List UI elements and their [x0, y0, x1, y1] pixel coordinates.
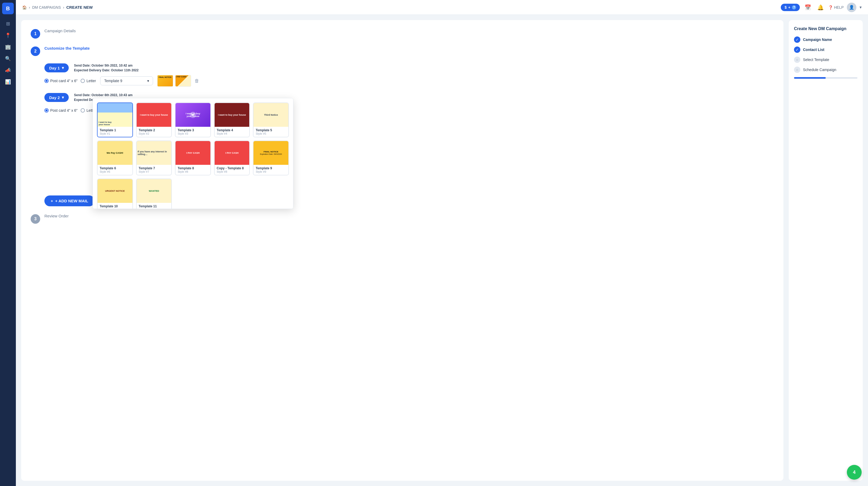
day1-postcard-radio[interactable] [44, 79, 49, 83]
help-label: HELP [834, 5, 844, 9]
template-img-2: I want to buy your house [137, 103, 172, 127]
day2-send-date: October 6th 2022, 10:43 am [91, 93, 132, 97]
day1-delivery-row: Expected Delivery Date: October 11th 202… [74, 68, 138, 72]
sidebar-icon-search[interactable]: 🔍 [3, 54, 13, 63]
home-icon[interactable]: 🏠 [22, 5, 27, 9]
add-mail-label: + ADD NEW MAIL [55, 199, 88, 203]
day2-letter-radio[interactable] [81, 108, 85, 112]
notification-badge[interactable]: 4 [847, 465, 862, 480]
form-panel: 1 Campaign Details 2 Customize the Templ… [21, 20, 783, 481]
template-info-5: Template 5 Style #5 [253, 127, 288, 137]
day1-header: Day 1 ▾ Send Date: October 5th 2022, 10:… [44, 63, 774, 72]
template-info-9: Template 9 Style #9 [253, 165, 288, 175]
template-style-4: Style #4 [217, 132, 247, 135]
template-dropdown: I want to buyyour house Template 1 Style… [93, 98, 293, 209]
day1-letter-option[interactable]: Letter [81, 79, 96, 83]
breadcrumb: 🏠 › DM CAMPAIGNS › CREATE NEW [22, 5, 93, 9]
template-card-11[interactable]: WANTED Template 11 Style #11 [136, 179, 172, 209]
template-name-7: Template 7 [139, 166, 169, 170]
template-info-4: Template 4 Style #4 [215, 127, 249, 137]
day1-send-label: Send Date: [74, 64, 91, 67]
day2-label: Day 2 [49, 95, 60, 100]
topnav-actions: $ + ? 📅 🔔 ❓ HELP 👤 ▾ [781, 3, 862, 12]
template-card-1[interactable]: I want to buyyour house Template 1 Style… [97, 102, 133, 137]
breadcrumb-section[interactable]: DM CAMPAIGNS [32, 5, 61, 9]
app-logo[interactable]: B [2, 3, 14, 14]
checklist-item-contact-list: ✓ Contact List [794, 46, 858, 53]
check-schedule-icon: ○ [794, 67, 800, 73]
sidebar-icon-dashboard[interactable]: ⊞ [3, 19, 13, 29]
template-img-7: If you have any interest in selling… [137, 141, 172, 165]
sidebar-icon-properties[interactable]: 🏢 [3, 42, 13, 52]
day2-postcard-option[interactable]: Post card 4" x 6" [44, 108, 78, 112]
template-name-1: Template 1 [100, 128, 130, 132]
template-img-8: I PAY CASH [176, 141, 210, 165]
step3-row: 3 Review Order [31, 214, 774, 224]
template-info-3: Template 3 Style #3 [176, 127, 210, 137]
dollar-icon: $ [784, 5, 786, 9]
template-card-3[interactable]: I want to buyyour house ✏ Template 3 Sty… [175, 102, 211, 137]
template-card-9[interactable]: FINAL NOTICEExpiration Date: 09/3/2020 T… [253, 140, 289, 175]
template-info-6: Template 6 Style #6 [97, 165, 132, 175]
progress-bar [794, 77, 858, 79]
day2-postcard-label: Post card 4" x 6" [50, 108, 78, 112]
day1-delete-icon[interactable]: 🗑 [193, 77, 200, 85]
template-card-7[interactable]: If you have any interest in selling… Tem… [136, 140, 172, 175]
day1-meta: Send Date: October 5th 2022, 10:42 am Ex… [74, 64, 138, 72]
step3-label: Review Order [44, 214, 69, 218]
help-button[interactable]: ❓ HELP [828, 5, 844, 9]
template-card-8[interactable]: I PAY CASH Template 8 Style #8 [175, 140, 211, 175]
template-style-8: Style #8 [178, 170, 208, 173]
day1-button[interactable]: Day 1 ▾ [44, 63, 69, 72]
template-style-2: Style #2 [139, 132, 169, 135]
template-card-4[interactable]: I want to buy your house Template 4 Styl… [214, 102, 250, 137]
day1-controls: Post card 4" x 6" Letter Template 9 ▾ [44, 75, 774, 87]
template-style-6: Style #6 [100, 170, 130, 173]
avatar[interactable]: 👤 [847, 3, 856, 12]
day1-template-select[interactable]: Template 9 ▾ [100, 76, 153, 85]
add-credit-button[interactable]: $ + ? [781, 4, 800, 11]
template-name-2: Template 2 [139, 128, 169, 132]
template-name-copy8: Copy - Template 8 [217, 166, 247, 170]
template-info-2: Template 2 Style #2 [137, 127, 172, 137]
notification-icon[interactable]: 🔔 [816, 3, 825, 12]
template-name-9: Template 9 [256, 166, 286, 170]
day2-postcard-radio[interactable] [44, 108, 49, 112]
day1-letter-radio[interactable] [81, 79, 85, 83]
template-card-copy8[interactable]: I PAY CASH Copy - Template 8 Style #8 [214, 140, 250, 175]
chevron-down-icon[interactable]: ▾ [860, 5, 862, 10]
add-new-mail-button[interactable]: + + ADD NEW MAIL [44, 195, 95, 206]
template-card-5[interactable]: Third Notice Template 5 Style #5 [253, 102, 289, 137]
step1-label: Campaign Details [44, 29, 75, 33]
breadcrumb-current: CREATE NEW [66, 5, 93, 9]
template-info-copy8: Copy - Template 8 Style #8 [215, 165, 249, 175]
sidebar-icon-location[interactable]: 📍 [3, 31, 13, 40]
sidebar-icon-analytics[interactable]: 📊 [3, 77, 13, 87]
template-style-1: Style #1 [100, 132, 130, 135]
day2-button[interactable]: Day 2 ▾ [44, 93, 69, 102]
template-card-2[interactable]: I want to buy your house Template 2 Styl… [136, 102, 172, 137]
day2-chevron-icon: ▾ [62, 95, 64, 100]
day2-radio-group: Post card 4" x 6" Letter [44, 108, 96, 112]
template-style-7: Style #7 [139, 170, 169, 173]
template-name-10: Template 10 [100, 204, 130, 208]
template-img-10: URGENT NOTICE [97, 179, 132, 203]
day1-thumb2: I PAY CASH [175, 75, 191, 87]
template-card-6[interactable]: We Pay CASH! Template 6 Style #6 [97, 140, 133, 175]
sidebar-icon-campaigns[interactable]: 📣 [3, 65, 13, 75]
check-campaign-name-label: Campaign Name [803, 37, 832, 42]
breadcrumb-sep2: › [63, 5, 64, 9]
template-style-copy8: Style #8 [217, 170, 247, 173]
step3-circle: 3 [31, 214, 40, 224]
day1-label: Day 1 [49, 66, 60, 70]
day1-radio-group: Post card 4" x 6" Letter [44, 79, 96, 83]
template-name-3: Template 3 [178, 128, 208, 132]
day2-send-row: Send Date: October 6th 2022, 10:43 am [74, 93, 132, 97]
step1-circle: 1 [31, 29, 40, 38]
day1-postcard-option[interactable]: Post card 4" x 6" [44, 79, 78, 83]
template-card-10[interactable]: URGENT NOTICE Template 10 Style #10 [97, 179, 133, 209]
topnav: 🏠 › DM CAMPAIGNS › CREATE NEW $ + ? 📅 🔔 … [16, 0, 868, 15]
template-img-5: Third Notice [253, 103, 288, 127]
template-img-4: I want to buy your house [215, 103, 249, 127]
calendar-icon[interactable]: 📅 [803, 3, 812, 12]
